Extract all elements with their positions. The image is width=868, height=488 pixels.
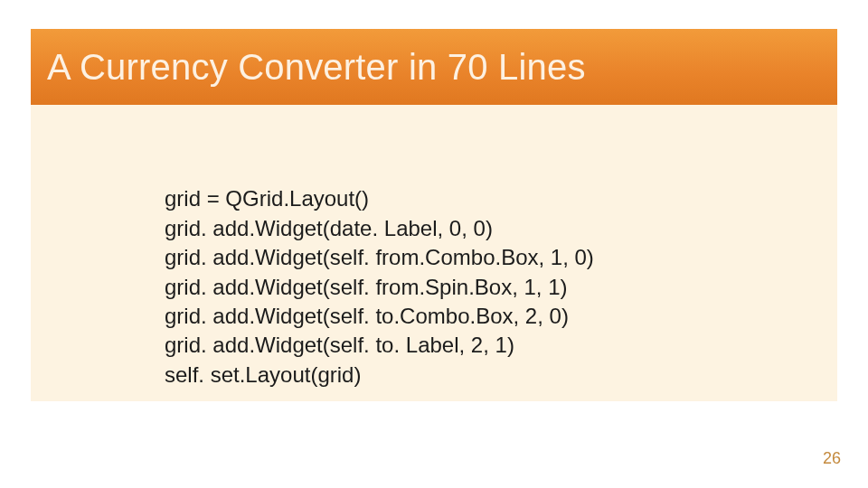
code-line: grid = QGrid.Layout() bbox=[165, 186, 369, 211]
code-line: grid. add.Widget(self. from.Spin.Box, 1,… bbox=[165, 275, 568, 299]
slide-title: A Currency Converter in 70 Lines bbox=[47, 47, 586, 88]
code-line: grid. add.Widget(self. from.Combo.Box, 1… bbox=[165, 245, 594, 269]
body-panel: grid = QGrid.Layout() grid. add.Widget(d… bbox=[31, 105, 837, 401]
page-number: 26 bbox=[823, 449, 841, 468]
code-line: grid. add.Widget(self. to. Label, 2, 1) bbox=[165, 333, 514, 357]
title-bar: A Currency Converter in 70 Lines bbox=[31, 29, 837, 105]
code-line: grid. add.Widget(date. Label, 0, 0) bbox=[165, 216, 493, 240]
code-line: grid. add.Widget(self. to.Combo.Box, 2, … bbox=[165, 304, 569, 328]
slide: A Currency Converter in 70 Lines grid = … bbox=[0, 0, 868, 488]
code-line: self. set.Layout(grid) bbox=[165, 362, 361, 387]
code-block: grid = QGrid.Layout() grid. add.Widget(d… bbox=[165, 155, 828, 419]
